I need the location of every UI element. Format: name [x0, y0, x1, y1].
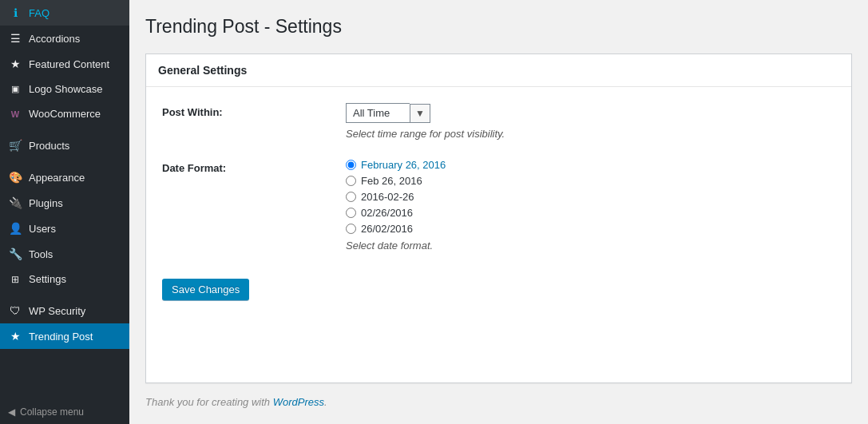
footer: Thank you for creating with WordPress.: [145, 396, 852, 408]
plugin-icon: 🔌: [8, 196, 22, 209]
date-format-option-3[interactable]: 2016-02-26: [346, 191, 835, 203]
user-icon: 👤: [8, 222, 22, 235]
appearance-icon: 🎨: [8, 171, 22, 184]
sidebar-item-label: Trending Post: [29, 331, 93, 343]
sidebar: ℹ FAQ ☰ Accordions ★ Featured Content ▣ …: [0, 0, 129, 424]
sidebar-item-trending-post[interactable]: ★ Trending Post: [0, 323, 129, 349]
info-icon: ℹ: [8, 6, 22, 19]
sidebar-item-woocommerce[interactable]: W WooCommerce: [0, 101, 129, 126]
date-format-label-5: 26/02/2016: [361, 223, 413, 235]
collapse-menu[interactable]: ◀ Collapse menu: [0, 400, 129, 424]
sidebar-item-logo-showcase[interactable]: ▣ Logo Showcase: [0, 77, 129, 101]
sidebar-item-faq[interactable]: ℹ FAQ: [0, 0, 129, 26]
sidebar-item-label: Products: [29, 140, 69, 152]
date-format-radio-5[interactable]: [346, 224, 356, 234]
sidebar-item-label: Appearance: [29, 172, 85, 184]
post-within-select-wrapper: All Time ▼: [346, 103, 835, 123]
date-format-control: February 26, 2016 Feb 26, 2016 2016-02-2…: [346, 159, 835, 252]
date-format-label-1: February 26, 2016: [361, 159, 446, 171]
sidebar-item-label: Featured Content: [29, 58, 109, 70]
date-format-radio-2[interactable]: [346, 176, 356, 186]
date-format-radio-4[interactable]: [346, 208, 356, 218]
settings-body: Post Within: All Time ▼ Select time rang…: [146, 87, 851, 324]
cart-icon: 🛒: [8, 139, 22, 152]
sidebar-item-label: Settings: [29, 273, 66, 285]
sidebar-item-appearance[interactable]: 🎨 Appearance: [0, 164, 129, 190]
sidebar-item-tools[interactable]: 🔧 Tools: [0, 241, 129, 267]
image-icon: ▣: [8, 84, 22, 94]
sidebar-item-label: Users: [29, 223, 56, 235]
sidebar-item-wp-security[interactable]: 🛡 WP Security: [0, 298, 129, 323]
settings-icon: ⊞: [8, 274, 22, 285]
sidebar-item-accordions[interactable]: ☰ Accordions: [0, 26, 129, 51]
date-format-option-1[interactable]: February 26, 2016: [346, 159, 835, 171]
sidebar-item-label: Logo Showcase: [29, 83, 103, 95]
woo-icon: W: [8, 109, 22, 119]
date-format-label-3: 2016-02-26: [361, 191, 414, 203]
collapse-icon: ◀: [8, 406, 15, 418]
settings-panel: General Settings Post Within: All Time ▼…: [145, 53, 852, 383]
footer-text: Thank you for creating with: [145, 396, 273, 408]
panel-title: General Settings: [146, 54, 851, 87]
page-title: Trending Post - Settings: [145, 16, 852, 38]
date-format-label-4: 02/26/2016: [361, 207, 413, 219]
wordpress-link[interactable]: WordPress: [273, 396, 324, 408]
main-content: Trending Post - Settings General Setting…: [129, 0, 868, 424]
sidebar-item-featured-content[interactable]: ★ Featured Content: [0, 51, 129, 77]
post-within-label: Post Within:: [162, 103, 346, 118]
star-active-icon: ★: [8, 330, 22, 343]
date-format-help: Select date format.: [346, 240, 835, 252]
sidebar-item-label: FAQ: [29, 7, 50, 19]
sidebar-item-label: WooCommerce: [29, 108, 101, 120]
post-within-dropdown-arrow[interactable]: ▼: [410, 104, 430, 123]
date-format-radio-1[interactable]: [346, 160, 356, 170]
sidebar-item-label: Plugins: [29, 197, 63, 209]
star-icon: ★: [8, 57, 22, 70]
date-format-option-4[interactable]: 02/26/2016: [346, 207, 835, 219]
sidebar-item-users[interactable]: 👤 Users: [0, 216, 129, 241]
sidebar-item-label: Accordions: [29, 33, 80, 45]
sidebar-item-label: Tools: [29, 248, 53, 260]
date-format-option-2[interactable]: Feb 26, 2016: [346, 175, 835, 187]
post-within-value: All Time: [346, 103, 410, 123]
shield-icon: 🛡: [8, 304, 22, 317]
sidebar-item-settings[interactable]: ⊞ Settings: [0, 267, 129, 291]
tools-icon: 🔧: [8, 248, 22, 260]
date-format-option-5[interactable]: 26/02/2016: [346, 223, 835, 235]
list-icon: ☰: [8, 32, 22, 45]
post-within-row: Post Within: All Time ▼ Select time rang…: [162, 103, 835, 140]
date-format-row: Date Format: February 26, 2016 Feb 26, 2…: [162, 159, 835, 252]
date-format-radio-3[interactable]: [346, 192, 356, 202]
sidebar-item-products[interactable]: 🛒 Products: [0, 133, 129, 158]
date-format-label-2: Feb 26, 2016: [361, 175, 422, 187]
sidebar-item-label: WP Security: [29, 305, 85, 317]
date-format-label: Date Format:: [162, 159, 346, 174]
post-within-help: Select time range for post visibility.: [346, 128, 835, 140]
save-changes-button[interactable]: Save Changes: [162, 279, 249, 300]
sidebar-item-plugins[interactable]: 🔌 Plugins: [0, 190, 129, 216]
collapse-label: Collapse menu: [20, 406, 84, 418]
date-format-radio-group: February 26, 2016 Feb 26, 2016 2016-02-2…: [346, 159, 835, 235]
post-within-control: All Time ▼ Select time range for post vi…: [346, 103, 835, 140]
